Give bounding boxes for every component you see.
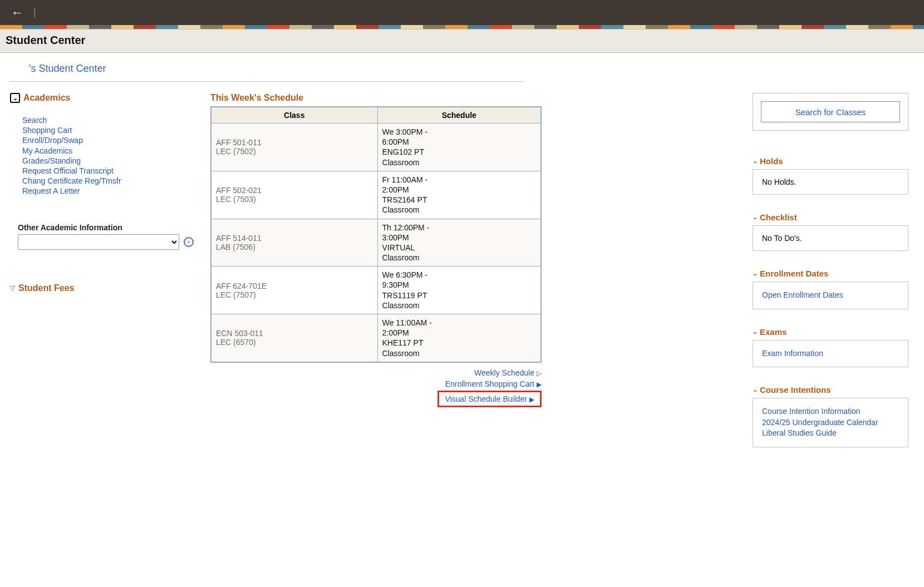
holds-heading: Holds — [760, 156, 783, 166]
schedule-cell: We 6:30PM -9:30PMTRS1119 PTClassroom — [377, 267, 541, 314]
top-navbar: ← | — [0, 0, 924, 25]
table-row: AFF 514-011LAB (7506) Th 12:00PM -3:00PM… — [211, 219, 541, 267]
link-undergrad-calendar[interactable]: 2024/25 Undergraduate Calendar — [762, 417, 899, 428]
other-academic-info-label: Other Academic Information — [10, 223, 194, 232]
checklist-header[interactable]: ⌄Checklist — [753, 213, 908, 222]
col-schedule: Schedule — [377, 107, 541, 124]
link-chang-certificate[interactable]: Chang Certificate Reg/Trnsfr — [22, 176, 194, 186]
chevron-down-icon: ⌄ — [753, 270, 758, 277]
link-weekly-schedule[interactable]: Weekly Schedule▷ — [474, 368, 542, 377]
academics-links: Search Shopping Cart Enroll/Drop/Swap My… — [10, 115, 194, 196]
link-exam-information[interactable]: Exam Information — [762, 348, 899, 359]
table-row: AFF 624-701ELEC (7507) We 6:30PM -9:30PM… — [211, 267, 541, 314]
search-for-classes-button[interactable]: Search for Classes — [761, 101, 900, 122]
link-request-transcript[interactable]: Request Official Transcript — [22, 166, 194, 176]
academics-heading: Academics — [23, 93, 71, 103]
class-cell: AFF 501-011LEC (7502) — [211, 124, 377, 171]
go-icon[interactable]: » — [184, 237, 194, 247]
chevron-down-icon: ⌄ — [753, 157, 758, 165]
course-intentions-header[interactable]: ⌄Course Intentions — [753, 385, 908, 394]
link-my-academics[interactable]: My Academics — [22, 146, 194, 156]
schedule-cell: Fr 11:00AM -2:00PMTRS2164 PTClassroom — [377, 171, 541, 219]
link-open-enrollment-dates[interactable]: Open Enrollment Dates — [762, 290, 899, 301]
schedule-table: Class Schedule AFF 501-011LEC (7502) We … — [210, 106, 542, 363]
chevron-down-icon[interactable]: ⌄ — [10, 93, 20, 103]
course-intentions-box: Course Intention Information 2024/25 Und… — [753, 398, 908, 447]
student-center-subhead: 's Student Center — [10, 53, 523, 82]
enrollment-dates-header[interactable]: ⌄Enrollment Dates — [753, 269, 908, 278]
exams-box: Exam Information — [753, 340, 908, 368]
link-search[interactable]: Search — [22, 115, 194, 125]
link-enrollment-shopping-cart[interactable]: Enrollment Shopping Cart▶ — [445, 379, 542, 388]
class-cell: ECN 503-011LEC (6570) — [211, 314, 377, 362]
class-cell: AFF 624-701ELEC (7507) — [211, 267, 377, 314]
exams-heading: Exams — [760, 327, 787, 337]
holds-header[interactable]: ⌄Holds — [753, 156, 908, 166]
link-shopping-cart[interactable]: Shopping Cart — [22, 125, 194, 135]
link-visual-schedule-builder[interactable]: Visual Schedule Builder▶ — [445, 394, 534, 403]
triangle-right-icon: ▷ — [537, 369, 542, 377]
checklist-heading: Checklist — [760, 213, 797, 222]
link-course-intention-info[interactable]: Course Intention Information — [762, 406, 899, 417]
link-cart-label: Enrollment Shopping Cart — [445, 379, 534, 388]
titlebar: Student Center — [0, 29, 924, 53]
course-intentions-heading: Course Intentions — [760, 385, 831, 394]
chevron-down-icon[interactable]: ▽ — [10, 284, 15, 292]
link-liberal-studies-guide[interactable]: Liberal Studies Guide — [762, 428, 899, 439]
checklist-box: No To Do's. — [753, 225, 908, 251]
schedule-cell: We 3:00PM -6:00PMENG102 PTClassroom — [377, 124, 541, 171]
schedule-title: This Week's Schedule — [210, 93, 542, 103]
schedule-cell: We 11:00AM -2:00PMKHE117 PTClassroom — [377, 314, 541, 362]
chevron-down-icon: ⌄ — [753, 386, 758, 393]
holds-box: No Holds. — [753, 169, 908, 195]
class-cell: AFF 502-021LEC (7503) — [211, 171, 377, 219]
highlight-visual-schedule-builder: Visual Schedule Builder▶ — [438, 391, 542, 407]
back-arrow-icon[interactable]: ← — [7, 3, 28, 22]
page-title: Student Center — [6, 34, 918, 47]
enrollment-dates-heading: Enrollment Dates — [760, 269, 828, 278]
table-row: AFF 502-021LEC (7503) Fr 11:00AM -2:00PM… — [211, 171, 541, 219]
col-class: Class — [211, 107, 377, 124]
link-enroll-drop-swap[interactable]: Enroll/Drop/Swap — [22, 135, 194, 145]
exams-header[interactable]: ⌄Exams — [753, 327, 908, 337]
schedule-cell: Th 12:00PM -3:00PMVIRTUALClassroom — [377, 219, 541, 267]
link-grades-standing[interactable]: Grades/Standing — [22, 156, 194, 166]
other-academic-info-select[interactable] — [18, 234, 179, 250]
decorative-banner — [0, 25, 924, 29]
triangle-right-icon: ▶ — [537, 381, 542, 388]
triangle-right-icon: ▶ — [529, 396, 534, 403]
academics-section-header[interactable]: ⌄ Academics — [10, 93, 194, 103]
topbar-separator: | — [33, 7, 36, 18]
link-vsb-label: Visual Schedule Builder — [445, 394, 527, 403]
table-row: AFF 501-011LEC (7502) We 3:00PM -6:00PME… — [211, 124, 541, 171]
student-fees-section-header[interactable]: ▽ Student Fees — [10, 283, 194, 293]
schedule-links: Weekly Schedule▷ Enrollment Shopping Car… — [210, 368, 542, 410]
chevron-down-icon: ⌄ — [753, 214, 758, 221]
table-row: ECN 503-011LEC (6570) We 11:00AM -2:00PM… — [211, 314, 541, 362]
student-fees-heading: Student Fees — [18, 283, 74, 293]
chevron-down-icon: ⌄ — [753, 328, 758, 336]
class-cell: AFF 514-011LAB (7506) — [211, 219, 377, 267]
link-request-letter[interactable]: Request A Letter — [22, 186, 194, 196]
search-classes-box: Search for Classes — [753, 93, 908, 131]
enrollment-dates-box: Open Enrollment Dates — [753, 282, 908, 309]
link-weekly-schedule-label: Weekly Schedule — [474, 368, 534, 377]
